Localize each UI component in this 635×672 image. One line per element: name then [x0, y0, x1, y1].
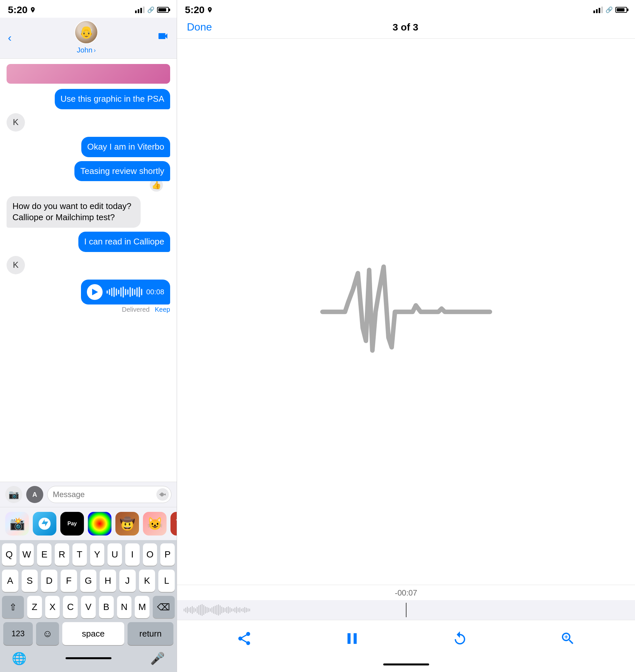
- big-waveform-svg: [316, 264, 496, 360]
- emoji-key[interactable]: ☺: [36, 622, 59, 645]
- message-bubble[interactable]: Use this graphic in the PSA: [55, 89, 171, 109]
- activity-icon[interactable]: [88, 512, 111, 536]
- audio-message-bubble[interactable]: 00:08: [81, 279, 170, 304]
- key-s[interactable]: S: [22, 570, 38, 592]
- location-icon: [29, 6, 36, 13]
- applepay-icon[interactable]: Pay: [60, 512, 84, 536]
- message-input[interactable]: [47, 486, 172, 503]
- message-row: K: [6, 256, 170, 276]
- key-a[interactable]: A: [2, 570, 18, 592]
- key-i[interactable]: I: [125, 543, 140, 566]
- key-t[interactable]: T: [72, 543, 87, 566]
- translate-svg: [176, 517, 177, 530]
- globe-key[interactable]: 🌐: [12, 652, 26, 666]
- back-button[interactable]: ‹: [8, 31, 12, 44]
- counter-label: 3 of 3: [393, 22, 418, 33]
- message-row: Okay I am in Viterbo: [6, 137, 170, 157]
- svg-rect-1: [161, 493, 161, 496]
- zoom-in-button[interactable]: [556, 627, 579, 650]
- keyboard-bottom-bar: 🌐 🎤: [2, 648, 175, 672]
- status-icons-right: 🔗: [135, 6, 169, 14]
- keyboard: Q W E R T Y U I O P A S D F G H J K L ⇧ …: [0, 540, 177, 672]
- contact-name[interactable]: John ›: [77, 46, 96, 55]
- done-button[interactable]: Done: [187, 21, 212, 33]
- contact-initial: K: [6, 113, 25, 131]
- battery-icon-right: [615, 7, 627, 13]
- scrubber-time: -00:07: [177, 588, 635, 597]
- photos-app-icon[interactable]: 📸: [5, 512, 29, 536]
- message-bubble[interactable]: How do you want to edit today? Calliope …: [6, 196, 140, 228]
- message-bubble[interactable]: Okay I am in Viterbo: [81, 137, 170, 157]
- shift-key[interactable]: ⇧: [2, 596, 24, 618]
- key-n[interactable]: N: [117, 596, 132, 618]
- bottom-controls: [177, 620, 635, 664]
- key-u[interactable]: U: [108, 543, 122, 566]
- key-p[interactable]: P: [160, 543, 175, 566]
- key-c[interactable]: C: [63, 596, 78, 618]
- key-y[interactable]: Y: [90, 543, 105, 566]
- appstore-icon[interactable]: [33, 512, 57, 536]
- delete-key[interactable]: ⌫: [153, 596, 175, 618]
- contact-initial: K: [6, 256, 25, 274]
- home-indicator: [66, 657, 111, 659]
- keyboard-row-1: Q W E R T Y U I O P: [2, 543, 175, 566]
- share-button[interactable]: [233, 627, 256, 650]
- scrubber-area: -00:07: [177, 585, 635, 620]
- translate-icon[interactable]: [171, 512, 177, 536]
- contact-info: 👴 John ›: [16, 20, 157, 55]
- waveform-icon: [159, 491, 166, 498]
- message-row: Teasing review shortly 👍: [6, 161, 170, 193]
- key-m[interactable]: M: [135, 596, 150, 618]
- message-bubble[interactable]: Teasing review shortly: [74, 161, 170, 182]
- message-status: Delivered Keep: [122, 306, 170, 313]
- pause-button[interactable]: [340, 627, 364, 650]
- audio-player-panel: 5:20 🔗 Done 3 of 3 -00:07: [177, 0, 635, 672]
- memoji-cowboy-icon[interactable]: 🤠: [115, 512, 139, 536]
- location-icon-right: [206, 6, 213, 13]
- rewind-button[interactable]: [448, 627, 472, 650]
- memoji-cat-icon[interactable]: 😺: [143, 512, 167, 536]
- scrubber-track[interactable]: [177, 600, 635, 620]
- key-g[interactable]: G: [80, 570, 97, 592]
- message-row: 00:08 Delivered Keep: [6, 279, 170, 313]
- key-k[interactable]: K: [139, 570, 155, 592]
- status-bar-left: 5:20 🔗: [0, 0, 177, 18]
- chevron-right-icon: ›: [94, 47, 96, 54]
- key-b[interactable]: B: [99, 596, 114, 618]
- keyboard-row-3: ⇧ Z X C V B N M ⌫: [2, 596, 175, 618]
- camera-button[interactable]: 📷: [5, 486, 22, 503]
- keyboard-row-2: A S D F G H J K L: [2, 570, 175, 592]
- audio-input-button[interactable]: [156, 488, 169, 501]
- space-key[interactable]: space: [62, 622, 124, 645]
- key-r[interactable]: R: [55, 543, 69, 566]
- key-e[interactable]: E: [37, 543, 51, 566]
- message-row: How do you want to edit today? Calliope …: [6, 196, 170, 228]
- key-z[interactable]: Z: [27, 596, 42, 618]
- messages-panel: 5:20 🔗 ‹ 👴 John ›: [0, 0, 177, 672]
- key-h[interactable]: H: [100, 570, 116, 592]
- return-key[interactable]: return: [128, 622, 173, 645]
- key-v[interactable]: V: [81, 596, 96, 618]
- app-store-button[interactable]: A: [26, 486, 43, 503]
- play-button[interactable]: [87, 284, 103, 300]
- avatar-image: 👴: [75, 21, 97, 43]
- numbers-key[interactable]: 123: [3, 622, 33, 645]
- key-x[interactable]: X: [45, 596, 60, 618]
- right-nav: Done 3 of 3: [177, 18, 635, 39]
- svg-rect-4: [164, 494, 165, 495]
- key-o[interactable]: O: [143, 543, 157, 566]
- message-bubble[interactable]: I can read in Calliope: [78, 232, 170, 252]
- share-icon: [236, 631, 252, 646]
- key-f[interactable]: F: [61, 570, 77, 592]
- status-icons-right-2: 🔗: [593, 6, 627, 14]
- key-l[interactable]: L: [158, 570, 175, 592]
- time-right: 5:20: [185, 4, 213, 16]
- key-w[interactable]: W: [20, 543, 34, 566]
- key-j[interactable]: J: [119, 570, 136, 592]
- video-call-button[interactable]: [157, 30, 169, 45]
- key-q[interactable]: Q: [2, 543, 16, 566]
- keep-link[interactable]: Keep: [155, 306, 170, 313]
- input-area: 📷 A: [0, 482, 177, 507]
- microphone-key[interactable]: 🎤: [150, 652, 165, 666]
- key-d[interactable]: D: [41, 570, 57, 592]
